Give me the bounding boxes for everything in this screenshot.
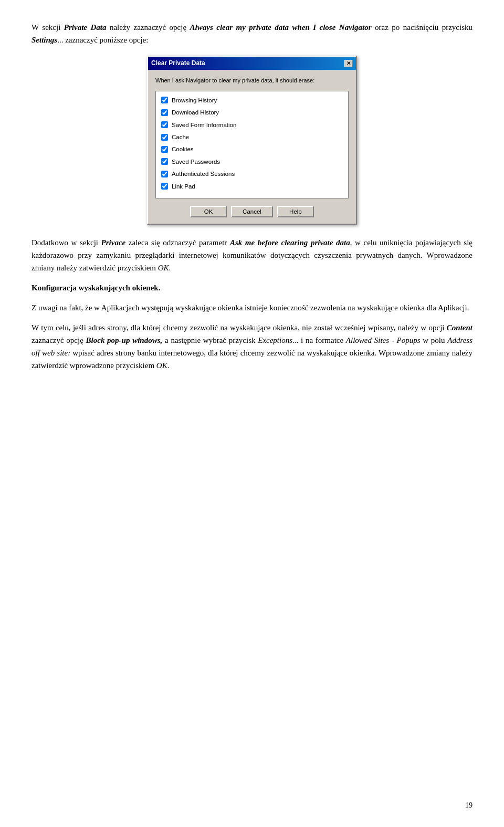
p3-text: Z uwagi na fakt, że w Aplikacjach występ… (32, 303, 469, 312)
p1-end: . (169, 264, 171, 272)
dialog-title: Clear Private Data (151, 58, 344, 68)
p1-ok: OK (158, 264, 169, 272)
intro-text-part2: należy zaznaczyć opcję (106, 23, 190, 32)
checkbox-label-1: Download History (172, 108, 219, 117)
private-data-label: Private Data (64, 23, 107, 32)
exceptions-label: Exceptions (258, 336, 292, 344)
intro-text-part4: ... zaznaczyć poniższe opcje: (57, 36, 148, 44)
checkbox-input-5[interactable] (161, 158, 168, 165)
content-label: Content (447, 323, 472, 332)
p1-mid: zaleca się odznaczyć parametr (125, 238, 230, 247)
clear-private-data-dialog: Clear Private Data ✕ When I ask Navigato… (147, 56, 357, 225)
p4-mid5: wpisać adres strony banku internetowego,… (32, 349, 472, 370)
checkbox-group: Browsing HistoryDownload HistorySaved Fo… (155, 91, 349, 198)
checkbox-input-1[interactable] (161, 109, 168, 116)
checkbox-item[interactable]: Saved Passwords (161, 157, 343, 166)
page-content: W sekcji Private Data należy zaznaczyć o… (32, 21, 472, 372)
checkbox-item[interactable]: Download History (161, 108, 343, 117)
body-paragraph-1: Dodatkowo w sekcji Privace zaleca się od… (32, 236, 472, 274)
p4-ok: OK (156, 361, 167, 370)
checkbox-label-4: Cookies (172, 144, 194, 154)
settings-label: Settings (32, 36, 57, 44)
checkbox-item[interactable]: Authenticated Sessions (161, 169, 343, 179)
checkbox-label-2: Saved Form Information (172, 120, 236, 130)
checkbox-input-7[interactable] (161, 183, 168, 190)
dialog-buttons: OKCancelHelp (155, 206, 349, 217)
dialog-close-button[interactable]: ✕ (344, 60, 353, 67)
body-paragraph-2: Konfiguracja wyskakujących okienek. (32, 281, 472, 294)
checkbox-input-3[interactable] (161, 134, 168, 141)
intro-paragraph: W sekcji Private Data należy zaznaczyć o… (32, 21, 472, 46)
option-label: Always clear my private data when I clos… (190, 23, 372, 32)
dialog-btn-cancel[interactable]: Cancel (231, 206, 273, 217)
body-paragraph-3: Z uwagi na fakt, że w Aplikacjach występ… (32, 301, 472, 314)
dialog-body: When I ask Navigator to clear my private… (148, 70, 356, 224)
dialog-titlebar: Clear Private Data ✕ (148, 57, 356, 70)
checkbox-label-6: Authenticated Sessions (172, 169, 235, 179)
intro-text-part1: W sekcji (32, 23, 64, 32)
checkbox-input-2[interactable] (161, 121, 168, 128)
checkbox-label-5: Saved Passwords (172, 157, 220, 166)
p4-mid1: zaznaczyć opcję (32, 336, 86, 344)
dialog-btn-help[interactable]: Help (277, 206, 314, 217)
p4-end: . (167, 361, 170, 370)
body-paragraph-4: W tym celu, jeśli adres strony, dla któr… (32, 321, 472, 372)
checkbox-input-0[interactable] (161, 97, 168, 103)
allowed-sites-label: Allowed Sites - Popups (346, 336, 421, 344)
dialog-btn-ok[interactable]: OK (190, 206, 227, 217)
dialog-prompt: When I ask Navigator to clear my private… (155, 76, 349, 86)
privace-label: Privace (101, 238, 126, 247)
checkbox-item[interactable]: Saved Form Information (161, 120, 343, 130)
checkbox-input-6[interactable] (161, 171, 168, 177)
p4-mid3: ... i na formatce (292, 336, 346, 344)
block-popup-label: Block pop-up windows, (86, 336, 163, 344)
p4-mid4: w polu (421, 336, 448, 344)
ask-label: Ask me before clearing private data (230, 238, 350, 247)
checkbox-input-4[interactable] (161, 146, 168, 153)
checkbox-item[interactable]: Cache (161, 132, 343, 142)
checkbox-item[interactable]: Browsing History (161, 96, 343, 105)
p4-mid2: a następnie wybrać przycisk (162, 336, 258, 344)
p4-pre: W tym celu, jeśli adres strony, dla któr… (32, 323, 447, 332)
checkbox-item[interactable]: Cookies (161, 144, 343, 154)
checkbox-label-7: Link Pad (172, 182, 195, 191)
section-heading-text: Konfiguracja wyskakujących okienek. (32, 284, 160, 292)
checkbox-item[interactable]: Link Pad (161, 182, 343, 191)
checkbox-label-3: Cache (172, 132, 189, 142)
intro-text-part3: oraz po naciśnięciu przycisku (372, 23, 473, 32)
checkbox-label-0: Browsing History (172, 96, 217, 105)
dialog-container: Clear Private Data ✕ When I ask Navigato… (32, 56, 472, 225)
p1-pre: Dodatkowo w sekcji (32, 238, 101, 247)
